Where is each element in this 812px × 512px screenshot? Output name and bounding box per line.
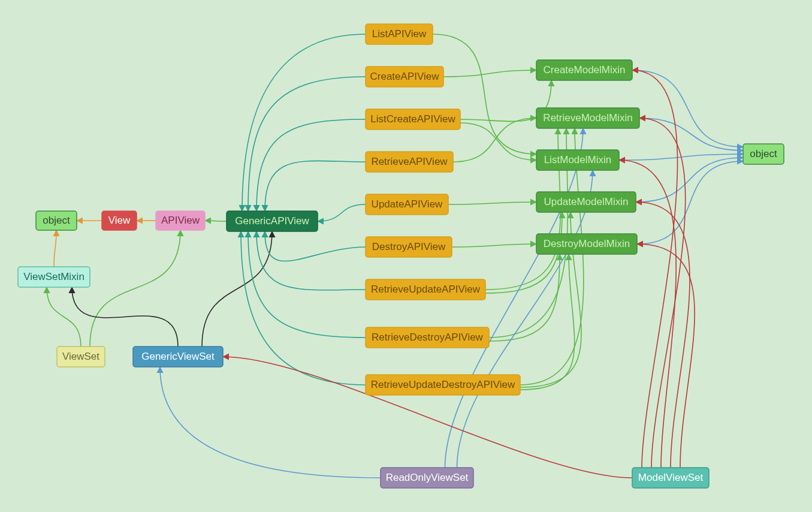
node-retrieveapiview[interactable]: RetrieveAPIView [366, 152, 453, 172]
node-listcreateapiview[interactable]: ListCreateAPIView [366, 109, 460, 129]
node-label: ReadOnlyViewSet [386, 472, 469, 483]
edge-listcreateapiview-to-genericapiview [256, 119, 366, 211]
edge-retrieveapiview-to-retrievemodelmixin [453, 118, 536, 162]
node-label: UpdateAPIView [372, 198, 443, 210]
node-label: UpdateModelMixin [544, 196, 629, 207]
node-label: ListCreateAPIView [370, 113, 455, 125]
node-updatemodelmixin[interactable]: UpdateModelMixin [536, 192, 636, 212]
edge-readonlyviewset-to-genericviewset [160, 367, 381, 478]
node-object_right[interactable]: object [743, 144, 784, 164]
node-listmodelmixin[interactable]: ListModelMixin [536, 150, 619, 170]
node-label: object [43, 215, 70, 226]
edge-genericapiview-to-apiview [205, 221, 227, 221]
edge-readonlyviewset-to-listmodelmixin [457, 170, 593, 468]
edge-retrieveapiview-to-genericapiview [265, 161, 366, 211]
node-retrievedestroyapiview[interactable]: RetrieveDestroyAPIView [366, 327, 489, 348]
node-viewsetmixin[interactable]: ViewSetMixin [18, 267, 90, 287]
node-label: RetrieveUpdateDestroyAPIView [371, 379, 515, 390]
node-destroymodelmixin[interactable]: DestroyModelMixin [536, 234, 637, 254]
node-label: GenericViewSet [141, 351, 215, 362]
node-label: RetrieveDestroyAPIView [372, 332, 484, 343]
edge-destroyapiview-to-destroymodelmixin [452, 244, 536, 247]
node-updateapiview[interactable]: UpdateAPIView [366, 194, 448, 215]
edge-updateapiview-to-updatemodelmixin [448, 202, 536, 204]
node-view[interactable]: View [102, 211, 137, 230]
edge-destroyapiview-to-genericapiview [265, 231, 366, 261]
edge-updatemodelmixin-to-object_right [636, 158, 743, 202]
node-createapiview[interactable]: CreateAPIView [366, 67, 443, 87]
edge-createmodelmixin-to-object_right [632, 70, 743, 147]
node-label: APIView [161, 215, 200, 226]
node-label: GenericAPIView [235, 215, 309, 227]
node-object_left[interactable]: object [36, 211, 77, 230]
node-label: ModelViewSet [638, 472, 704, 483]
node-modelviewset[interactable]: ModelViewSet [632, 468, 709, 488]
node-retrievemodelmixin[interactable]: RetrieveModelMixin [536, 108, 639, 128]
node-label: object [750, 148, 777, 159]
node-label: CreateModelMixin [544, 64, 626, 76]
class-hierarchy-diagram: objectViewAPIViewGenericAPIViewViewSetMi… [0, 0, 812, 512]
edge-retrievedestroyapiview-to-destroymodelmixin [489, 254, 560, 341]
node-genericviewset[interactable]: GenericViewSet [133, 347, 223, 367]
node-genericapiview[interactable]: GenericAPIView [227, 211, 318, 231]
node-label: ListAPIView [372, 28, 427, 40]
node-label: ListModelMixin [544, 154, 611, 165]
node-apiview[interactable]: APIView [156, 211, 205, 230]
node-label: ViewSetMixin [23, 271, 84, 282]
edge-retrievedestroyapiview-to-genericapiview [248, 231, 366, 338]
node-label: ViewSet [62, 351, 99, 362]
node-listapiview[interactable]: ListAPIView [366, 24, 433, 44]
node-readonlyviewset[interactable]: ReadOnlyViewSet [381, 468, 473, 488]
node-label: RetrieveUpdateAPIView [371, 284, 481, 295]
node-retrieveupdateapiview[interactable]: RetrieveUpdateAPIView [366, 279, 485, 300]
edge-listapiview-to-genericapiview [242, 34, 366, 211]
node-createmodelmixin[interactable]: CreateModelMixin [536, 60, 632, 80]
edge-retrieveupdateapiview-to-genericapiview [256, 231, 366, 290]
node-destroyapiview[interactable]: DestroyAPIView [366, 237, 452, 257]
edge-updateapiview-to-genericapiview [318, 204, 366, 221]
node-label: View [108, 215, 131, 226]
edge-listapiview-to-listmodelmixin [433, 34, 536, 154]
node-label: RetrieveAPIView [371, 156, 448, 167]
edge-genericviewset-to-genericapiview [202, 231, 272, 347]
edge-createapiview-to-createmodelmixin [443, 70, 536, 77]
node-label: CreateAPIView [370, 71, 440, 82]
edge-genericviewset-to-viewsetmixin [72, 287, 178, 347]
node-label: DestroyAPIView [372, 241, 446, 252]
edge-listcreateapiview-to-listmodelmixin [460, 123, 536, 160]
nodes-layer: objectViewAPIViewGenericAPIViewViewSetMi… [18, 24, 784, 488]
edge-createapiview-to-genericapiview [248, 77, 366, 211]
node-label: DestroyModelMixin [544, 238, 630, 249]
edge-modelviewset-to-createmodelmixin [632, 70, 678, 468]
node-retrieveupdatedestroyapiview[interactable]: RetrieveUpdateDestroyAPIView [366, 375, 520, 395]
node-label: RetrieveModelMixin [543, 112, 632, 124]
edge-viewset-to-apiview [90, 230, 180, 347]
edge-retrieveupdatedestroyapiview-to-genericapiview [241, 231, 366, 385]
node-viewset[interactable]: ViewSet [57, 347, 105, 367]
edge-viewsetmixin-to-object_left [54, 230, 56, 267]
edge-viewset-to-viewsetmixin [47, 287, 81, 347]
